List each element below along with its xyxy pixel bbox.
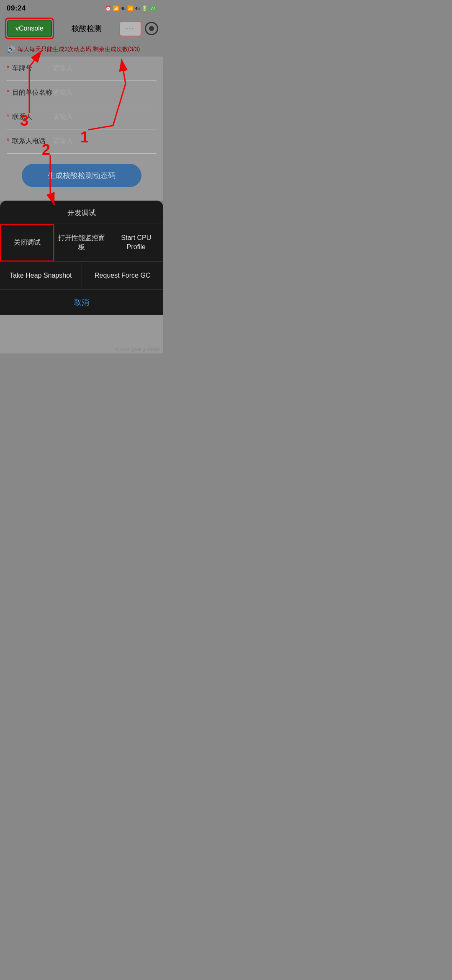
label-phone: * 联系人电话 xyxy=(7,137,53,146)
header-actions: ··· xyxy=(119,21,158,36)
form-field-org[interactable]: * 目的单位名称 请输入 xyxy=(7,81,157,105)
record-button[interactable] xyxy=(145,22,158,35)
bottom-sheet: 开发调试 关闭调试 打开性能监控面板 Start CPU Profile Tak… xyxy=(0,201,163,315)
generate-btn-wrap: 生成核酸检测动态码 xyxy=(0,154,163,201)
status-bar: 09:24 ⏰ 📶 46 📶 46 🔋 77 xyxy=(0,0,163,15)
debug-buttons-row2: Take Heap Snapshot Request Force GC xyxy=(0,262,163,290)
label-plate: * 车牌号 xyxy=(7,64,53,73)
notice-text: 每人每天只能生成3次动态码,剩余生成次数(3/3) xyxy=(18,46,140,53)
more-options-button[interactable]: ··· xyxy=(119,21,141,36)
take-heap-snapshot-button[interactable]: Take Heap Snapshot xyxy=(0,262,82,289)
start-cpu-profile-button[interactable]: Start CPU Profile xyxy=(109,224,163,261)
debug-buttons-row1: 关闭调试 打开性能监控面板 Start CPU Profile xyxy=(0,224,163,262)
notice-bar: 🔊 每人每天只能生成3次动态码,剩余生成次数(3/3) xyxy=(0,42,163,57)
form-area: * 车牌号 请输入 * 目的单位名称 请输入 * 联系人 请输入 * 联系人电话 xyxy=(0,57,163,154)
request-force-gc-button[interactable]: Request Force GC xyxy=(82,262,164,289)
placeholder-plate: 请输入 xyxy=(53,64,73,73)
cancel-button[interactable]: 取消 xyxy=(0,290,163,315)
placeholder-phone: 请输入 xyxy=(53,137,73,146)
watermark: CSDN @Ming-Afresh xyxy=(116,347,160,352)
label-contact: * 联系人 xyxy=(7,113,53,121)
vconsole-button[interactable]: vConsole xyxy=(7,20,52,37)
form-field-plate[interactable]: * 车牌号 请输入 xyxy=(7,57,157,81)
notice-icon: 🔊 xyxy=(7,45,15,53)
close-debug-button[interactable]: 关闭调试 xyxy=(0,224,54,261)
page-title: 核酸检测 xyxy=(54,23,119,34)
bottom-sheet-title: 开发调试 xyxy=(0,201,163,224)
generate-qr-button[interactable]: 生成核酸检测动态码 xyxy=(22,164,141,187)
placeholder-contact: 请输入 xyxy=(53,113,73,121)
open-performance-button[interactable]: 打开性能监控面板 xyxy=(54,224,108,261)
bottom-sheet-overlay: 开发调试 关闭调试 打开性能监控面板 Start CPU Profile Tak… xyxy=(0,201,163,315)
vconsole-highlight: vConsole xyxy=(5,18,54,39)
record-icon xyxy=(149,26,154,31)
status-icons: ⏰ 📶 46 📶 46 🔋 77 xyxy=(105,5,157,11)
label-org: * 目的单位名称 xyxy=(7,88,53,97)
status-time: 09:24 xyxy=(7,4,26,13)
form-field-phone[interactable]: * 联系人电话 请输入 xyxy=(7,129,157,154)
form-field-contact[interactable]: * 联系人 请输入 xyxy=(7,105,157,129)
placeholder-org: 请输入 xyxy=(53,88,73,97)
app-header: vConsole 核酸检测 ··· xyxy=(0,15,163,42)
